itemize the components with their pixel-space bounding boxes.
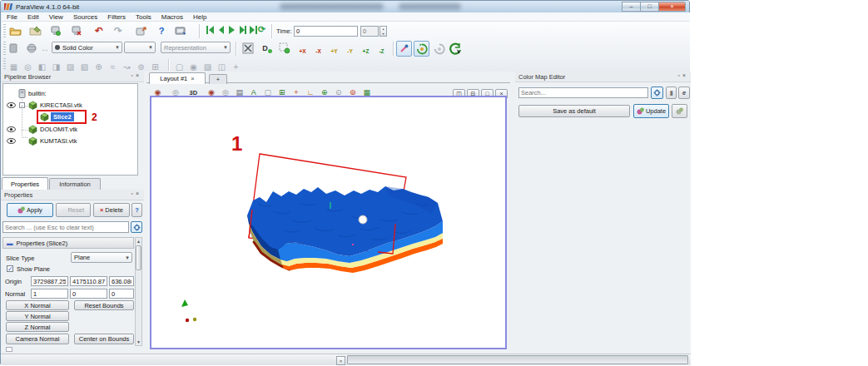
plane-origin-sphere-handle[interactable] <box>359 215 367 224</box>
colormap-search-input[interactable] <box>518 87 648 98</box>
toolbar-grip[interactable] <box>3 24 6 38</box>
reset-bounds-button[interactable]: Reset Bounds <box>74 300 134 310</box>
pipeline-item-builtin[interactable]: builtin: <box>3 88 136 99</box>
edit-in-view-button[interactable]: e <box>678 87 690 99</box>
abort-progress-button[interactable]: × <box>336 356 345 365</box>
redo-icon[interactable]: ↷ <box>111 23 126 38</box>
origin-y-field[interactable] <box>70 276 107 286</box>
color-map-editor-header: Color Map Editor ▫× <box>515 72 691 82</box>
center-on-bounds-button[interactable]: Center on Bounds <box>74 334 134 344</box>
time-value-input[interactable] <box>294 26 358 37</box>
properties-search-input[interactable] <box>2 221 129 233</box>
menu-macros[interactable]: Macros <box>156 13 188 21</box>
play-button[interactable] <box>227 24 236 36</box>
menu-view[interactable]: View <box>44 13 68 21</box>
scrollbar-thumb[interactable] <box>136 245 141 270</box>
first-frame-button[interactable] <box>206 24 215 36</box>
help-button[interactable]: ? <box>131 203 142 217</box>
normal-y-field[interactable] <box>70 289 107 299</box>
close-panel-icon[interactable]: × <box>136 190 141 196</box>
x-normal-button[interactable]: X Normal <box>6 300 69 310</box>
slice-type-combobox[interactable]: Plane ▼ <box>71 252 132 263</box>
visibility-eye-icon[interactable] <box>7 138 16 144</box>
delete-button[interactable]: × Delete <box>93 203 130 217</box>
screenshot-button[interactable] <box>173 23 188 38</box>
origin-z-field[interactable] <box>109 276 134 286</box>
undo-icon[interactable]: ↶ <box>92 23 107 38</box>
menu-file[interactable]: File <box>2 13 22 21</box>
set-view-minus-y-icon[interactable]: -Y <box>342 45 358 58</box>
close-button[interactable]: × <box>658 2 686 12</box>
pipeline-item-dolomit[interactable]: DOLOMIT.vtk <box>3 124 136 135</box>
representation-combobox[interactable]: Representation ▼ <box>161 42 231 53</box>
visibility-eye-icon[interactable] <box>7 126 16 132</box>
search-options-button[interactable] <box>131 221 142 233</box>
menu-edit[interactable]: Edit <box>22 13 44 21</box>
origin-x-field[interactable] <box>31 276 68 286</box>
axis-view-buttons: +X-X+Y-Y+Z-Z <box>295 42 389 58</box>
apply-button[interactable]: Apply <box>7 203 53 217</box>
set-view-plus-y-icon[interactable]: +Y <box>326 45 342 58</box>
rotate-90-button[interactable] <box>448 41 464 57</box>
pipeline-browser-header: Pipeline Browser ▫× <box>1 72 144 82</box>
set-view-minus-z-icon[interactable]: -Z <box>374 45 389 58</box>
colormap-options-button[interactable] <box>651 87 663 99</box>
progress-bar <box>347 355 688 364</box>
zoom-closest-button[interactable] <box>277 41 292 56</box>
y-normal-button[interactable]: Y Normal <box>6 311 69 321</box>
component-combobox[interactable]: ▼ <box>124 42 156 53</box>
save-as-default-button[interactable]: Save as default <box>518 105 630 117</box>
pipeline-item-kumtasi[interactable]: KUMTASI.vtk <box>3 136 136 146</box>
show-scalar-bar-button[interactable]: ▮ <box>666 87 677 99</box>
connect-server-button[interactable] <box>48 23 63 38</box>
camera-normal-button[interactable]: Camera Normal <box>6 334 69 344</box>
color-by-combobox[interactable]: Solid Color ▼ <box>52 42 122 53</box>
normal-x-field[interactable] <box>31 289 68 299</box>
help-icon[interactable]: ? <box>156 23 167 38</box>
update-button[interactable]: Update <box>633 104 669 118</box>
menu-tools[interactable]: Tools <box>131 13 156 21</box>
menu-filters[interactable]: Filters <box>102 13 131 21</box>
tab-layout-1[interactable]: Layout #1 × <box>149 72 206 84</box>
tab-information[interactable]: Information <box>49 178 101 190</box>
close-tab-icon[interactable]: × <box>191 75 194 82</box>
toolbar-grip[interactable] <box>3 58 6 71</box>
tab-properties[interactable]: Properties <box>2 177 48 190</box>
save-state-button[interactable] <box>27 23 42 38</box>
render-view-3d[interactable]: 1 <box>150 96 507 349</box>
z-normal-button[interactable]: Z Normal <box>6 322 69 332</box>
show-plane-checkbox[interactable]: ✓ <box>7 265 13 272</box>
show-center-axes-toggle[interactable] <box>396 41 412 57</box>
menu-sources[interactable]: Sources <box>68 13 102 21</box>
maximize-button[interactable]: □ <box>640 2 659 12</box>
normal-z-field[interactable] <box>109 289 134 299</box>
scroll-up-icon[interactable]: ▲ <box>136 238 141 245</box>
load-state-button[interactable] <box>133 23 148 38</box>
color-map-editor-title: Color Map Editor <box>518 73 565 81</box>
visibility-eye-icon[interactable] <box>7 102 16 108</box>
scroll-down-icon[interactable]: ▼ <box>136 339 141 345</box>
properties-section-header[interactable]: ▬ Properties (Slice2) <box>2 237 134 249</box>
set-view-plus-x-icon[interactable]: +X <box>295 45 310 58</box>
auto-update-toggle[interactable] <box>672 104 687 118</box>
zoom-to-data-button[interactable]: D <box>260 41 275 56</box>
minimize-button[interactable]: – <box>622 2 641 12</box>
next-frame-button[interactable] <box>238 24 247 36</box>
set-view-plus-z-icon[interactable]: +Z <box>358 45 374 58</box>
frame-spin-arrows[interactable]: ▴▾ <box>379 26 387 37</box>
loop-button[interactable]: ⟳ <box>258 24 265 35</box>
open-file-button[interactable] <box>7 23 22 38</box>
delete-icon: × <box>100 206 103 214</box>
set-view-minus-x-icon[interactable]: -X <box>310 45 326 58</box>
last-frame-button[interactable] <box>249 24 258 36</box>
close-panel-icon[interactable]: × <box>682 72 688 78</box>
close-panel-icon[interactable]: × <box>136 72 141 78</box>
previous-frame-button[interactable] <box>216 24 226 36</box>
collapse-expander[interactable]: - <box>19 102 25 108</box>
menu-help[interactable]: Help <box>188 13 211 21</box>
disconnect-server-button[interactable] <box>69 23 84 38</box>
frame-spinbox[interactable] <box>360 26 379 37</box>
properties-scrollbar[interactable]: ▲ ▼ <box>135 237 142 346</box>
reset-camera-button[interactable] <box>241 41 255 56</box>
rotate-mode-toggle[interactable] <box>414 41 429 57</box>
